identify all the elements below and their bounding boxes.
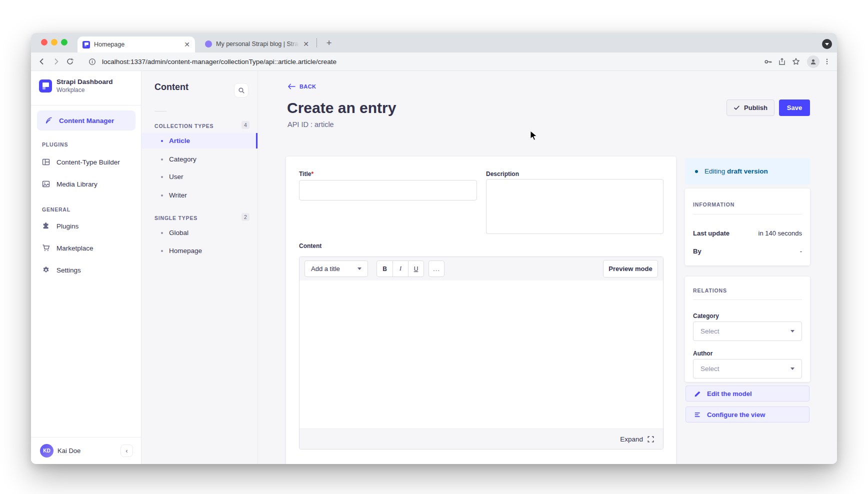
- sidebar-section-plugins: PLUGINS: [42, 142, 68, 148]
- main-content: BACK Create an entry API ID : article Pu…: [258, 71, 837, 464]
- sidebar-item-label: Settings: [56, 266, 81, 274]
- tab-close-icon[interactable]: ✕: [184, 41, 190, 48]
- page-subtitle: API ID : article: [288, 120, 334, 128]
- nav-item-homepage[interactable]: Homepage: [142, 243, 258, 258]
- description-textarea[interactable]: [486, 179, 664, 234]
- back-nav-icon[interactable]: [35, 54, 49, 68]
- minimize-window-button[interactable]: [51, 39, 58, 46]
- chevron-down-icon: [358, 268, 362, 270]
- browser-toolbar: localhost:1337/admin/content-manager/col…: [31, 52, 837, 71]
- bullet-icon: [161, 250, 163, 252]
- last-update-row: Last update in 140 seconds: [693, 230, 802, 237]
- back-link[interactable]: BACK: [288, 84, 316, 90]
- search-button[interactable]: [234, 83, 248, 98]
- strapi-logo-icon: [39, 80, 52, 92]
- active-indicator: [256, 133, 258, 148]
- page-title: Create an entry: [287, 100, 396, 116]
- nav-item-writer[interactable]: Writer: [142, 188, 258, 203]
- nav-item-category[interactable]: Category: [142, 152, 258, 167]
- description-field-label: Description: [486, 170, 519, 178]
- workspace-subtitle: Workplace: [56, 86, 113, 94]
- content-field-label: Content: [299, 242, 322, 250]
- configure-view-button[interactable]: Configure the view: [686, 406, 810, 422]
- bookmark-star-icon[interactable]: [789, 54, 803, 68]
- relations-card: RELATIONS Category Select Author Select: [685, 276, 810, 382]
- single-types-count: 2: [242, 213, 250, 221]
- refresh-icon[interactable]: [63, 54, 77, 68]
- strapi-favicon: [82, 41, 90, 48]
- status-dot-icon: [695, 170, 698, 173]
- forward-nav-icon[interactable]: [49, 54, 63, 68]
- divider: [693, 300, 802, 300]
- nav-item-article[interactable]: Article: [142, 133, 258, 148]
- share-icon[interactable]: [775, 54, 789, 68]
- sidebar-item-marketplace[interactable]: Marketplace: [42, 244, 94, 252]
- sidebar-item-label: Content Manager: [59, 117, 114, 124]
- title-input[interactable]: [299, 180, 477, 200]
- content-subnav: Content COLLECTION TYPES 4 Article Categ…: [142, 71, 258, 464]
- save-button[interactable]: Save: [779, 100, 810, 116]
- by-row: By -: [693, 248, 802, 255]
- blog-favicon: [205, 40, 212, 48]
- sidebar-item-label: Media Library: [56, 180, 98, 188]
- nav-item-global[interactable]: Global: [142, 225, 258, 240]
- tab-search-button[interactable]: [822, 39, 832, 49]
- password-key-icon[interactable]: [761, 54, 775, 68]
- edit-model-button[interactable]: Edit the model: [686, 386, 810, 402]
- tab-strapi-blog[interactable]: My personal Strapi blog | Strap ✕: [201, 37, 313, 51]
- filter-lines-icon: [694, 412, 701, 418]
- sidebar-item-content-manager[interactable]: Content Manager: [37, 110, 136, 130]
- expand-icon[interactable]: [648, 436, 654, 442]
- sidebar-item-plugins[interactable]: Plugins: [42, 222, 78, 230]
- tab-title: My personal Strapi blog | Strap: [216, 40, 299, 48]
- collapse-sidebar-button[interactable]: ‹: [120, 444, 133, 457]
- check-icon: [734, 104, 740, 111]
- tab-homepage[interactable]: Homepage ✕: [78, 36, 195, 52]
- bullet-icon: [161, 176, 163, 178]
- heading-select[interactable]: Add a title: [304, 260, 368, 277]
- editor-textarea[interactable]: [300, 280, 663, 428]
- url-field[interactable]: localhost:1337/admin/content-manager/col…: [102, 58, 761, 66]
- user-avatar[interactable]: KD: [40, 444, 54, 458]
- sidebar-item-label: Plugins: [56, 222, 78, 230]
- tab-strip: Homepage ✕ My personal Strapi blog | Str…: [31, 33, 837, 52]
- underline-button[interactable]: U: [408, 261, 424, 276]
- editor-toolbar: Add a title B I U ... Preview mode: [300, 257, 663, 280]
- sidebar-item-settings[interactable]: Settings: [42, 266, 81, 274]
- sidebar-item-content-type-builder[interactable]: Content-Type Builder: [42, 158, 120, 166]
- divider: [154, 111, 166, 112]
- expand-label[interactable]: Expand: [620, 436, 643, 443]
- bullet-icon: [161, 140, 163, 142]
- user-name: Kai Doe: [58, 447, 80, 454]
- divider: [31, 437, 141, 438]
- author-label: Author: [693, 350, 712, 357]
- site-info-icon[interactable]: [85, 54, 99, 68]
- category-select[interactable]: Select: [693, 322, 802, 341]
- author-select[interactable]: Select: [693, 359, 802, 378]
- browser-menu-icon[interactable]: [820, 54, 834, 68]
- richtext-editor: Add a title B I U ... Preview mode: [299, 256, 664, 450]
- workspace-brand[interactable]: Strapi Dashboard Workplace: [39, 78, 113, 94]
- divider: [31, 105, 141, 106]
- more-formats-button[interactable]: ...: [428, 260, 444, 277]
- subnav-title: Content: [154, 82, 188, 92]
- title-field-label: Title*: [299, 170, 314, 178]
- tab-close-icon[interactable]: ✕: [303, 40, 309, 48]
- nav-item-user[interactable]: User: [142, 169, 258, 184]
- sidebar-item-media-library[interactable]: Media Library: [42, 180, 98, 188]
- bullet-icon: [161, 194, 163, 196]
- cart-icon: [42, 244, 50, 252]
- italic-button[interactable]: I: [392, 261, 408, 276]
- profile-avatar-icon[interactable]: [806, 54, 820, 68]
- strapi-admin: Strapi Dashboard Workplace Content Manag…: [31, 71, 837, 464]
- new-tab-button[interactable]: +: [322, 36, 336, 50]
- relations-heading: RELATIONS: [693, 288, 727, 294]
- publish-button[interactable]: Publish: [726, 100, 774, 116]
- preview-mode-button[interactable]: Preview mode: [603, 260, 658, 278]
- workspace-title: Strapi Dashboard: [56, 78, 113, 86]
- tab-separator: [316, 38, 317, 48]
- close-window-button[interactable]: [41, 39, 48, 46]
- zoom-window-button[interactable]: [61, 39, 68, 46]
- bold-button[interactable]: B: [377, 261, 392, 276]
- information-heading: INFORMATION: [693, 202, 734, 208]
